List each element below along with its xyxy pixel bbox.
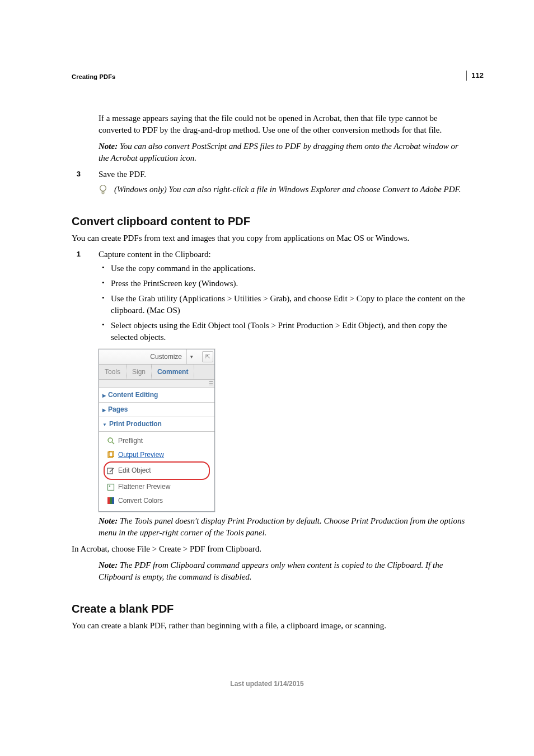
page: 112 Creating PDFs If a message appears s… — [0, 0, 534, 756]
print-production-items: Preflight Output Preview Edit Object — [99, 432, 214, 511]
svg-rect-5 — [107, 468, 113, 474]
step-list-continued: Save the PDF. (Windows only) You can als… — [72, 169, 467, 195]
note-body: The PDF from Clipboard command appears o… — [99, 561, 443, 581]
step-3: Save the PDF. (Windows only) You can als… — [72, 169, 467, 195]
tools-panel-figure: Customize ▾ ⇱ Tools Sign Comment ☰ ▶Cont… — [99, 349, 467, 511]
step-text: Capture content in the Clipboard: — [99, 250, 211, 259]
item-label: Convert Colors — [118, 496, 163, 506]
customize-label[interactable]: Customize — [150, 352, 182, 362]
svg-rect-9 — [110, 497, 112, 504]
note-label: Note: — [99, 142, 118, 151]
panel-toolbar: Customize ▾ ⇱ — [99, 349, 214, 365]
note-label: Note: — [99, 516, 118, 525]
body-paragraph: If a message appears saying that the fil… — [99, 113, 467, 136]
note-body: You can also convert PostScript and EPS … — [99, 142, 458, 162]
svg-point-0 — [100, 185, 106, 192]
chevron-right-icon: ▶ — [102, 393, 106, 398]
section-label: Pages — [108, 405, 128, 413]
svg-point-7 — [109, 485, 110, 486]
svg-rect-8 — [107, 497, 110, 504]
note-label: Note: — [99, 561, 118, 570]
item-label: Flattener Preview — [118, 482, 170, 492]
item-convert-colors[interactable]: Convert Colors — [99, 494, 214, 508]
body-paragraph: You can create PDFs from text and images… — [72, 232, 467, 244]
bullet-item: Select objects using the Edit Object too… — [99, 320, 467, 343]
bullet-item: Use the copy command in the applications… — [99, 263, 467, 274]
bullet-item: Press the PrintScreen key (Windows). — [99, 278, 467, 290]
step-1: Capture content in the Clipboard: Use th… — [72, 249, 467, 343]
section-pages[interactable]: ▶Pages — [99, 403, 214, 417]
tab-tools[interactable]: Tools — [99, 365, 127, 379]
item-label: Edit Object — [118, 466, 151, 475]
item-flattener-preview[interactable]: Flattener Preview — [99, 480, 214, 494]
item-preflight[interactable]: Preflight — [99, 434, 214, 448]
page-number: 112 — [466, 71, 484, 81]
chevron-down-icon[interactable]: ▾ — [186, 349, 196, 364]
section-print-production[interactable]: ▼Print Production — [99, 417, 214, 432]
preflight-icon — [107, 437, 115, 445]
step-list-clipboard: Capture content in the Clipboard: Use th… — [72, 249, 467, 343]
lightbulb-icon — [99, 184, 107, 197]
popout-button[interactable]: ⇱ — [202, 351, 213, 362]
panel-tabs: Tools Sign Comment — [99, 365, 214, 380]
bullet-list: Use the copy command in the applications… — [99, 263, 467, 343]
body-paragraph: You can create a blank PDF, rather than … — [72, 620, 467, 632]
section-label: Print Production — [109, 420, 162, 428]
svg-point-1 — [108, 438, 113, 442]
body-paragraph: In Acrobat, choose File > Create > PDF f… — [72, 543, 467, 555]
item-output-preview[interactable]: Output Preview — [99, 448, 214, 462]
heading-create-blank: Create a blank PDF — [72, 601, 467, 617]
section-content-editing[interactable]: ▶Content Editing — [99, 388, 214, 403]
note-paragraph: Note: You can also convert PostScript an… — [99, 141, 467, 164]
panel-options-strip[interactable]: ☰ — [99, 380, 214, 388]
footer-last-updated: Last updated 1/14/2015 — [0, 679, 534, 689]
continuation-block: If a message appears saying that the fil… — [72, 113, 467, 164]
tab-sign[interactable]: Sign — [127, 365, 152, 379]
note-paragraph: Note: The PDF from Clipboard command app… — [99, 559, 467, 583]
highlight-ring: Edit Object — [104, 461, 210, 480]
popout-icon: ⇱ — [205, 353, 210, 361]
panel-note: Note: The Tools panel doesn't display Pr… — [72, 515, 467, 539]
tab-comment[interactable]: Comment — [152, 365, 194, 379]
edit-object-icon — [107, 467, 115, 475]
svg-line-2 — [112, 442, 114, 444]
flattener-preview-icon — [107, 483, 115, 491]
bullet-item: Use the Grab utility (Applications > Uti… — [99, 293, 467, 316]
item-edit-object[interactable]: Edit Object — [107, 464, 207, 478]
chevron-down-icon: ▼ — [102, 422, 107, 427]
svg-rect-10 — [112, 497, 114, 504]
svg-rect-6 — [108, 484, 114, 490]
step-text: Save the PDF. — [99, 170, 146, 179]
tools-panel: Customize ▾ ⇱ Tools Sign Comment ☰ ▶Cont… — [99, 349, 215, 511]
tip-row: (Windows only) You can also right-click … — [99, 184, 467, 195]
item-label: Output Preview — [118, 450, 164, 460]
tip-text: (Windows only) You can also right-click … — [114, 185, 461, 194]
note-paragraph: Note: The Tools panel doesn't display Pr… — [99, 515, 467, 539]
running-head: Creating PDFs — [72, 73, 467, 81]
clipboard-note: Note: The PDF from Clipboard command app… — [72, 559, 467, 583]
convert-colors-icon — [107, 497, 115, 505]
item-label: Preflight — [118, 436, 143, 446]
section-label: Content Editing — [108, 391, 158, 399]
heading-convert-clipboard: Convert clipboard content to PDF — [72, 213, 467, 229]
chevron-right-icon: ▶ — [102, 408, 106, 413]
output-preview-icon — [107, 451, 115, 459]
note-body: The Tools panel doesn't display Print Pr… — [99, 516, 465, 537]
